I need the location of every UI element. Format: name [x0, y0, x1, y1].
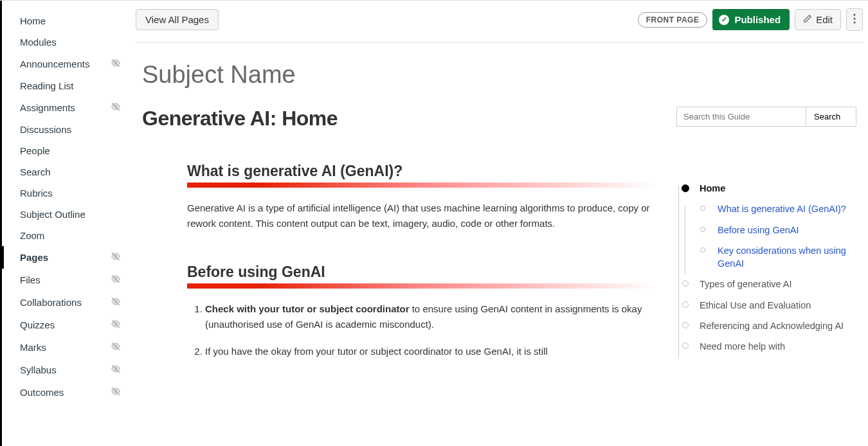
edit-button[interactable]: Edit	[795, 9, 841, 30]
svg-point-18	[854, 14, 856, 16]
sidebar-item-quizzes[interactable]: Quizzes	[2, 314, 131, 336]
toc-subitem[interactable]: Before using GenAI	[701, 220, 856, 240]
svg-point-19	[854, 18, 856, 20]
section-heading: What is generative AI (GenAI)?	[187, 163, 657, 180]
sidebar-item-announcements[interactable]: Announcements	[2, 53, 131, 75]
main-content-area: View All Pages FRONT PAGE ✓ Published Ed…	[131, 1, 868, 446]
section-heading: Before using GenAI	[187, 263, 657, 281]
published-label: Published	[734, 14, 781, 25]
sidebar-item-syllabus[interactable]: Syllabus	[2, 359, 131, 381]
page-toolbar: View All Pages FRONT PAGE ✓ Published Ed…	[136, 1, 863, 43]
course-nav-sidebar: HomeModulesAnnouncementsReading ListAssi…	[2, 1, 131, 446]
sidebar-item-marks[interactable]: Marks	[2, 336, 131, 359]
list-item: If you have the okay from your tutor or …	[205, 344, 657, 359]
sidebar-item-people[interactable]: People	[2, 140, 131, 161]
toc-item[interactable]: Types of generative AI	[683, 274, 856, 294]
sidebar-item-files[interactable]: Files	[2, 269, 131, 291]
sidebar-item-subject-outline[interactable]: Subject Outline	[2, 204, 131, 225]
check-circle-icon: ✓	[719, 15, 729, 25]
sidebar-item-search[interactable]: Search	[2, 161, 131, 183]
sidebar-item-rubrics[interactable]: Rubrics	[2, 183, 131, 204]
hidden-icon	[111, 386, 121, 398]
hidden-icon	[111, 274, 121, 286]
more-options-button[interactable]	[846, 8, 863, 31]
front-page-badge: FRONT PAGE	[638, 12, 708, 28]
sidebar-item-label: Pages	[20, 252, 48, 263]
guide-title: Generative AI: Home	[142, 107, 338, 130]
toc-item[interactable]: Ethical Use and Evaluation	[683, 295, 856, 316]
hidden-icon	[111, 102, 121, 114]
sidebar-item-collaborations[interactable]: Collaborations	[2, 291, 131, 314]
hidden-icon	[111, 341, 121, 353]
section-body: Generative AI is a type of artificial in…	[187, 201, 657, 231]
sidebar-item-discussions[interactable]: Discussions	[2, 119, 131, 140]
toc-subitem[interactable]: Key considerations when using GenAI	[701, 240, 856, 274]
svg-point-20	[854, 22, 856, 24]
sidebar-item-label: Home	[20, 15, 46, 26]
toc-item[interactable]: Need more help with	[683, 336, 856, 357]
table-of-contents: HomeWhat is generative AI (GenAI)?Before…	[676, 178, 856, 357]
section-divider	[187, 283, 657, 289]
hidden-icon	[111, 364, 121, 376]
kebab-icon	[853, 13, 856, 26]
page-title: Subject Name	[136, 43, 863, 94]
sidebar-item-label: Outcomes	[20, 387, 64, 398]
sidebar-item-label: Modules	[20, 37, 57, 48]
sidebar-item-assignments[interactable]: Assignments	[2, 96, 131, 119]
search-button[interactable]: Search	[806, 107, 848, 126]
sidebar-item-label: Files	[20, 274, 41, 285]
toc-item[interactable]: Home	[683, 178, 856, 199]
sidebar-item-outcomes[interactable]: Outcomes	[2, 381, 131, 404]
sidebar-item-home[interactable]: Home	[2, 10, 131, 31]
sidebar-item-label: Marks	[20, 342, 46, 353]
sidebar-item-label: Search	[20, 166, 51, 177]
sidebar-item-pages[interactable]: Pages	[2, 246, 131, 269]
sidebar-item-label: Announcements	[20, 58, 89, 69]
sidebar-item-zoom[interactable]: Zoom	[2, 225, 131, 246]
search-input[interactable]	[677, 107, 806, 126]
sidebar-item-label: Quizzes	[20, 319, 55, 330]
sidebar-item-label: Assignments	[20, 102, 75, 113]
sidebar-item-label: Discussions	[20, 124, 71, 135]
toc-subitem[interactable]: What is generative AI (GenAI)?	[701, 199, 856, 219]
hidden-icon	[111, 319, 121, 331]
edit-label: Edit	[816, 14, 833, 25]
sidebar-item-reading-list[interactable]: Reading List	[2, 75, 131, 96]
sidebar-item-label: Rubrics	[20, 188, 53, 199]
hidden-icon	[111, 251, 121, 263]
list-item: Check with your tutor or subject coordin…	[205, 301, 657, 332]
sidebar-item-label: Zoom	[20, 230, 44, 241]
view-all-pages-button[interactable]: View All Pages	[136, 9, 219, 30]
sidebar-item-label: Reading List	[20, 80, 73, 91]
toc-item[interactable]: Referencing and Acknowledging AI	[683, 316, 856, 336]
guide-search: Search	[676, 107, 856, 127]
published-button[interactable]: ✓ Published	[712, 9, 790, 30]
sidebar-item-modules[interactable]: Modules	[2, 31, 131, 53]
section-body: Check with your tutor or subject coordin…	[187, 301, 657, 359]
hidden-icon	[111, 58, 121, 70]
sidebar-item-label: Subject Outline	[20, 209, 86, 220]
pencil-icon	[803, 14, 812, 25]
sidebar-item-label: Collaborations	[20, 297, 82, 308]
section-divider	[187, 183, 657, 188]
hidden-icon	[111, 296, 121, 308]
sidebar-item-label: People	[20, 145, 50, 156]
sidebar-item-label: Syllabus	[20, 364, 57, 375]
